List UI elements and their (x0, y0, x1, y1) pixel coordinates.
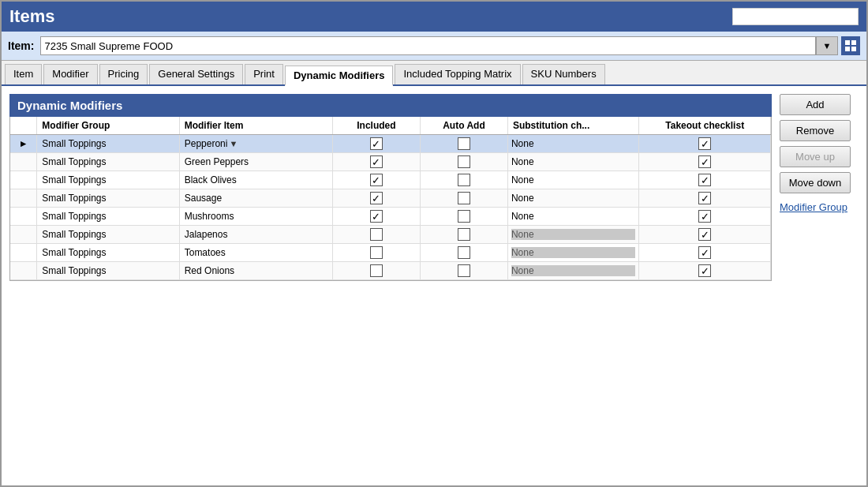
auto-add-checkbox[interactable] (458, 210, 470, 223)
grid-icon (844, 39, 857, 52)
move-up-button[interactable]: Move up (780, 146, 851, 167)
takeout-checkbox[interactable] (698, 137, 711, 150)
tab-general-settings[interactable]: General Settings (149, 64, 243, 84)
modifier-group-link[interactable]: Modifier Group (780, 201, 859, 213)
item-dropdown-button[interactable]: ▼ (816, 36, 838, 55)
modifier-group-cell: Small Toppings (37, 171, 179, 189)
table-row[interactable]: Small ToppingsSausageNone (10, 189, 771, 208)
included-cell[interactable] (332, 262, 420, 280)
substitution-cell: None (507, 189, 639, 208)
modifier-item-cell: Red Onions (179, 262, 332, 280)
auto-add-cell[interactable] (420, 189, 507, 208)
takeout-checkbox[interactable] (698, 264, 711, 277)
item-input[interactable] (40, 36, 816, 55)
included-cell[interactable] (332, 244, 420, 262)
modifier-group-cell: Small Toppings (37, 135, 179, 153)
modifier-group-cell: Small Toppings (37, 244, 179, 262)
takeout-checkbox[interactable] (698, 174, 711, 186)
takeout-checkbox[interactable] (698, 210, 711, 223)
takeout-checklist-cell[interactable] (639, 135, 771, 153)
table-row[interactable]: Small ToppingsBlack OlivesNone (10, 171, 771, 189)
auto-add-cell[interactable] (420, 262, 507, 280)
included-checkbox[interactable] (370, 246, 383, 259)
takeout-checklist-cell[interactable] (639, 189, 771, 208)
substitution-cell: None (507, 171, 639, 189)
modifier-item-dropdown-icon[interactable]: ▼ (229, 139, 238, 148)
tab-item[interactable]: Item (5, 64, 42, 84)
substitution-value: None (511, 265, 636, 276)
included-checkbox[interactable] (370, 264, 383, 277)
row-arrow (10, 208, 37, 226)
tab-sku-numbers[interactable]: SKU Numbers (522, 64, 605, 84)
modifier-group-cell: Small Toppings (37, 226, 179, 244)
svg-rect-3 (851, 47, 856, 51)
takeout-checklist-cell[interactable] (639, 153, 771, 171)
substitution-cell: None (507, 135, 639, 153)
takeout-checklist-cell[interactable] (639, 171, 771, 189)
modifier-group-cell: Small Toppings (37, 153, 179, 171)
modifier-item-cell[interactable]: Pepperoni ▼ (179, 135, 332, 153)
auto-add-cell[interactable] (420, 135, 507, 153)
included-cell[interactable] (332, 171, 420, 189)
takeout-checkbox[interactable] (698, 228, 711, 241)
auto-add-checkbox[interactable] (458, 155, 470, 168)
header-search-input[interactable] (732, 8, 859, 25)
dynamic-modifiers-table: Modifier Group Modifier Item Included Au… (10, 117, 771, 280)
takeout-checkbox[interactable] (698, 246, 711, 259)
table-row[interactable]: Small ToppingsTomatoesNone (10, 244, 771, 262)
tab-modifier[interactable]: Modifier (43, 64, 97, 84)
included-checkbox[interactable] (370, 155, 383, 168)
takeout-checkbox[interactable] (698, 155, 711, 168)
takeout-checkbox[interactable] (698, 192, 711, 204)
tab-pricing[interactable]: Pricing (99, 64, 148, 84)
col-substitution-header: Substitution ch... (507, 117, 639, 135)
included-cell[interactable] (332, 135, 420, 153)
auto-add-checkbox[interactable] (458, 174, 470, 186)
included-cell[interactable] (332, 153, 420, 171)
item-icon-button[interactable] (841, 36, 860, 55)
substitution-cell: None (507, 262, 639, 280)
takeout-checklist-cell[interactable] (639, 244, 771, 262)
auto-add-checkbox[interactable] (458, 137, 470, 150)
table-row[interactable]: Small ToppingsMushroomsNone (10, 208, 771, 226)
included-checkbox[interactable] (370, 192, 383, 204)
col-included-header: Included (332, 117, 420, 135)
svg-rect-2 (845, 47, 850, 51)
add-button[interactable]: Add (780, 94, 851, 115)
tab-dynamic-modifiers[interactable]: Dynamic Modifiers (285, 66, 394, 86)
row-arrow: ► (10, 135, 37, 153)
auto-add-checkbox[interactable] (458, 192, 470, 204)
auto-add-cell[interactable] (420, 153, 507, 171)
modifier-item-cell: Sausage (179, 189, 332, 208)
substitution-cell: None (507, 208, 639, 226)
included-checkbox[interactable] (370, 174, 383, 186)
table-row[interactable]: Small ToppingsRed OnionsNone (10, 262, 771, 280)
substitution-cell: None (507, 153, 639, 171)
remove-button[interactable]: Remove (780, 120, 851, 141)
auto-add-cell[interactable] (420, 208, 507, 226)
takeout-checklist-cell[interactable] (639, 262, 771, 280)
tab-print[interactable]: Print (245, 64, 283, 84)
auto-add-checkbox[interactable] (458, 228, 470, 241)
included-cell[interactable] (332, 189, 420, 208)
takeout-checklist-cell[interactable] (639, 226, 771, 244)
auto-add-cell[interactable] (420, 171, 507, 189)
auto-add-checkbox[interactable] (458, 246, 470, 259)
substitution-cell: None (507, 244, 639, 262)
auto-add-cell[interactable] (420, 226, 507, 244)
row-arrow (10, 244, 37, 262)
included-checkbox[interactable] (370, 137, 383, 150)
included-checkbox[interactable] (370, 228, 383, 241)
table-row[interactable]: Small ToppingsGreen PeppersNone (10, 153, 771, 171)
included-checkbox[interactable] (370, 210, 383, 223)
table-row[interactable]: ►Small ToppingsPepperoni ▼None (10, 135, 771, 153)
takeout-checklist-cell[interactable] (639, 208, 771, 226)
table-row[interactable]: Small ToppingsJalapenosNone (10, 226, 771, 244)
included-cell[interactable] (332, 226, 420, 244)
auto-add-cell[interactable] (420, 244, 507, 262)
tab-included-topping-matrix[interactable]: Included Topping Matrix (395, 64, 520, 84)
included-cell[interactable] (332, 208, 420, 226)
auto-add-checkbox[interactable] (458, 264, 470, 277)
page-title: Items (9, 6, 54, 27)
move-down-button[interactable]: Move down (780, 172, 851, 193)
